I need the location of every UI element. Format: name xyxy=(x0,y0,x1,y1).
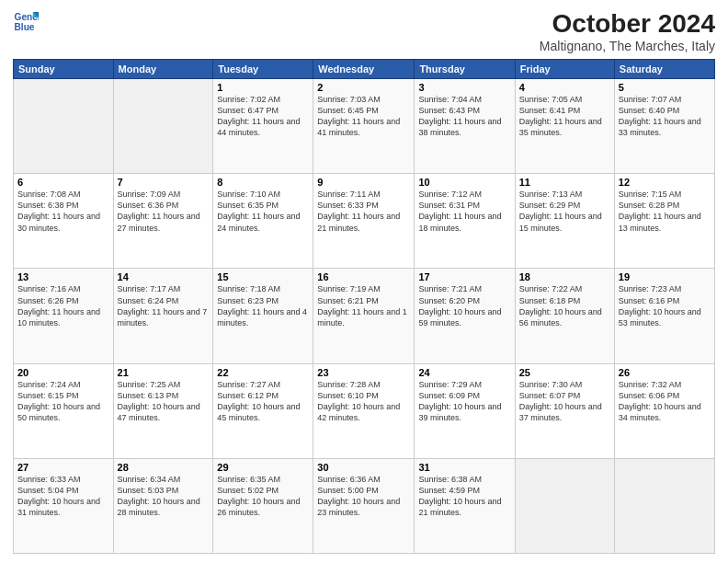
calendar-cell: 30Sunrise: 6:36 AMSunset: 5:00 PMDayligh… xyxy=(313,458,415,553)
cell-info: Sunrise: 7:16 AMSunset: 6:26 PMDaylight:… xyxy=(17,283,109,328)
cell-info: Sunrise: 6:34 AMSunset: 5:03 PMDaylight:… xyxy=(118,474,210,519)
calendar-week-3: 13Sunrise: 7:16 AMSunset: 6:26 PMDayligh… xyxy=(14,269,715,363)
cell-day-number: 6 xyxy=(17,177,109,188)
cell-info: Sunrise: 6:33 AMSunset: 5:04 PMDaylight:… xyxy=(17,474,109,519)
calendar-header-monday: Monday xyxy=(113,60,213,79)
cell-info: Sunrise: 7:07 AMSunset: 6:40 PMDaylight:… xyxy=(619,94,711,139)
cell-day-number: 11 xyxy=(519,177,610,188)
calendar-cell: 26Sunrise: 7:32 AMSunset: 6:06 PMDayligh… xyxy=(614,363,714,458)
cell-day-number: 23 xyxy=(317,367,410,378)
calendar-header-wednesday: Wednesday xyxy=(313,60,415,79)
cell-info: Sunrise: 7:19 AMSunset: 6:21 PMDaylight:… xyxy=(317,283,410,328)
cell-info: Sunrise: 7:11 AMSunset: 6:33 PMDaylight:… xyxy=(317,189,410,234)
cell-info: Sunrise: 7:27 AMSunset: 6:12 PMDaylight:… xyxy=(217,379,309,424)
cell-day-number: 26 xyxy=(619,367,711,378)
calendar-week-1: 1Sunrise: 7:02 AMSunset: 6:47 PMDaylight… xyxy=(14,79,715,174)
cell-day-number: 27 xyxy=(17,462,109,473)
cell-info: Sunrise: 7:30 AMSunset: 6:07 PMDaylight:… xyxy=(519,379,610,424)
cell-day-number: 14 xyxy=(118,271,210,282)
calendar-header-thursday: Thursday xyxy=(415,60,515,79)
cell-day-number: 28 xyxy=(118,462,210,473)
cell-day-number: 1 xyxy=(217,82,309,93)
cell-info: Sunrise: 7:25 AMSunset: 6:13 PMDaylight:… xyxy=(118,379,210,424)
calendar-cell: 5Sunrise: 7:07 AMSunset: 6:40 PMDaylight… xyxy=(614,79,714,174)
calendar-cell xyxy=(614,458,714,553)
logo: General Blue xyxy=(13,9,39,35)
calendar-cell xyxy=(14,79,114,174)
calendar-cell: 1Sunrise: 7:02 AMSunset: 6:47 PMDaylight… xyxy=(213,79,313,174)
svg-text:Blue: Blue xyxy=(15,22,35,32)
calendar-header-sunday: Sunday xyxy=(14,60,114,79)
calendar-cell: 9Sunrise: 7:11 AMSunset: 6:33 PMDaylight… xyxy=(313,174,415,269)
calendar-week-2: 6Sunrise: 7:08 AMSunset: 6:38 PMDaylight… xyxy=(14,174,715,269)
calendar-cell: 13Sunrise: 7:16 AMSunset: 6:26 PMDayligh… xyxy=(14,269,114,363)
cell-day-number: 3 xyxy=(418,82,510,93)
cell-day-number: 13 xyxy=(17,271,109,282)
calendar-cell: 19Sunrise: 7:23 AMSunset: 6:16 PMDayligh… xyxy=(614,269,714,363)
calendar-cell: 4Sunrise: 7:05 AMSunset: 6:41 PMDaylight… xyxy=(515,79,614,174)
calendar-header-tuesday: Tuesday xyxy=(213,60,313,79)
cell-day-number: 25 xyxy=(519,367,610,378)
calendar-header-friday: Friday xyxy=(515,60,614,79)
calendar-cell: 15Sunrise: 7:18 AMSunset: 6:23 PMDayligh… xyxy=(213,269,313,363)
calendar-header-row: SundayMondayTuesdayWednesdayThursdayFrid… xyxy=(14,60,715,79)
cell-info: Sunrise: 7:15 AMSunset: 6:28 PMDaylight:… xyxy=(619,189,711,234)
cell-day-number: 19 xyxy=(619,271,711,282)
page-title: October 2024 xyxy=(540,9,715,39)
page: General Blue October 2024 Maltignano, Th… xyxy=(0,0,728,563)
calendar-cell: 28Sunrise: 6:34 AMSunset: 5:03 PMDayligh… xyxy=(113,458,213,553)
title-block: October 2024 Maltignano, The Marches, It… xyxy=(540,9,715,53)
logo-icon: General Blue xyxy=(13,9,39,35)
calendar-week-5: 27Sunrise: 6:33 AMSunset: 5:04 PMDayligh… xyxy=(14,458,715,553)
calendar-cell: 12Sunrise: 7:15 AMSunset: 6:28 PMDayligh… xyxy=(614,174,714,269)
cell-info: Sunrise: 7:23 AMSunset: 6:16 PMDaylight:… xyxy=(619,283,711,328)
cell-info: Sunrise: 7:13 AMSunset: 6:29 PMDaylight:… xyxy=(519,189,610,234)
calendar-cell xyxy=(113,79,213,174)
calendar-cell: 27Sunrise: 6:33 AMSunset: 5:04 PMDayligh… xyxy=(14,458,114,553)
cell-day-number: 17 xyxy=(418,271,510,282)
cell-day-number: 12 xyxy=(619,177,711,188)
calendar-cell: 23Sunrise: 7:28 AMSunset: 6:10 PMDayligh… xyxy=(313,363,415,458)
cell-day-number: 31 xyxy=(418,462,510,473)
cell-info: Sunrise: 7:09 AMSunset: 6:36 PMDaylight:… xyxy=(118,189,210,234)
header: General Blue October 2024 Maltignano, Th… xyxy=(13,9,715,53)
cell-day-number: 5 xyxy=(619,82,711,93)
calendar-cell: 22Sunrise: 7:27 AMSunset: 6:12 PMDayligh… xyxy=(213,363,313,458)
calendar-cell: 7Sunrise: 7:09 AMSunset: 6:36 PMDaylight… xyxy=(113,174,213,269)
calendar-cell: 16Sunrise: 7:19 AMSunset: 6:21 PMDayligh… xyxy=(313,269,415,363)
cell-info: Sunrise: 6:36 AMSunset: 5:00 PMDaylight:… xyxy=(317,474,410,519)
page-subtitle: Maltignano, The Marches, Italy xyxy=(540,39,715,53)
calendar-cell: 8Sunrise: 7:10 AMSunset: 6:35 PMDaylight… xyxy=(213,174,313,269)
cell-day-number: 15 xyxy=(217,271,309,282)
cell-day-number: 22 xyxy=(217,367,309,378)
cell-info: Sunrise: 7:17 AMSunset: 6:24 PMDaylight:… xyxy=(118,283,210,328)
cell-info: Sunrise: 7:24 AMSunset: 6:15 PMDaylight:… xyxy=(17,379,109,424)
cell-info: Sunrise: 7:32 AMSunset: 6:06 PMDaylight:… xyxy=(619,379,711,424)
calendar-cell: 29Sunrise: 6:35 AMSunset: 5:02 PMDayligh… xyxy=(213,458,313,553)
cell-day-number: 8 xyxy=(217,177,309,188)
cell-day-number: 29 xyxy=(217,462,309,473)
cell-day-number: 16 xyxy=(317,271,410,282)
calendar-cell: 31Sunrise: 6:38 AMSunset: 4:59 PMDayligh… xyxy=(415,458,515,553)
cell-info: Sunrise: 7:21 AMSunset: 6:20 PMDaylight:… xyxy=(418,283,510,328)
calendar-cell: 18Sunrise: 7:22 AMSunset: 6:18 PMDayligh… xyxy=(515,269,614,363)
cell-day-number: 9 xyxy=(317,177,410,188)
calendar-cell: 10Sunrise: 7:12 AMSunset: 6:31 PMDayligh… xyxy=(415,174,515,269)
cell-day-number: 21 xyxy=(118,367,210,378)
calendar-cell: 14Sunrise: 7:17 AMSunset: 6:24 PMDayligh… xyxy=(113,269,213,363)
calendar-week-4: 20Sunrise: 7:24 AMSunset: 6:15 PMDayligh… xyxy=(14,363,715,458)
cell-day-number: 18 xyxy=(519,271,610,282)
calendar-cell: 25Sunrise: 7:30 AMSunset: 6:07 PMDayligh… xyxy=(515,363,614,458)
calendar: SundayMondayTuesdayWednesdayThursdayFrid… xyxy=(13,59,715,554)
cell-day-number: 24 xyxy=(418,367,510,378)
cell-info: Sunrise: 7:28 AMSunset: 6:10 PMDaylight:… xyxy=(317,379,410,424)
calendar-cell: 3Sunrise: 7:04 AMSunset: 6:43 PMDaylight… xyxy=(415,79,515,174)
cell-day-number: 4 xyxy=(519,82,610,93)
cell-info: Sunrise: 7:05 AMSunset: 6:41 PMDaylight:… xyxy=(519,94,610,139)
cell-info: Sunrise: 7:02 AMSunset: 6:47 PMDaylight:… xyxy=(217,94,309,139)
cell-info: Sunrise: 6:35 AMSunset: 5:02 PMDaylight:… xyxy=(217,474,309,519)
calendar-cell: 11Sunrise: 7:13 AMSunset: 6:29 PMDayligh… xyxy=(515,174,614,269)
cell-info: Sunrise: 7:22 AMSunset: 6:18 PMDaylight:… xyxy=(519,283,610,328)
cell-info: Sunrise: 7:29 AMSunset: 6:09 PMDaylight:… xyxy=(418,379,510,424)
cell-day-number: 2 xyxy=(317,82,410,93)
